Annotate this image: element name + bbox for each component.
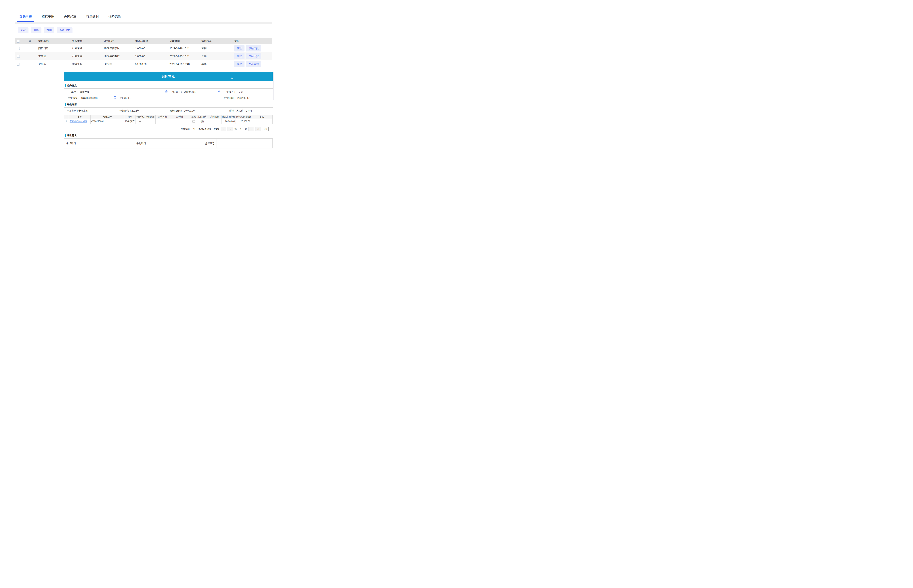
edit-button[interactable]: 修改	[234, 61, 244, 67]
id-card-icon[interactable]	[113, 96, 117, 99]
header-plan-stage: 计划阶段	[103, 39, 135, 43]
unit-value[interactable]: 远望发展	[80, 90, 89, 94]
purchase-summary-row: 事务类别：专项采购 计划阶段：2022年 预计总金额：20,000.00 币种：…	[64, 109, 273, 114]
cell-created-time: 2022-04-29 10:41	[169, 55, 201, 58]
items-header-need-dept: 需求部门	[169, 115, 191, 119]
table-row: 变压器 零星采购 2022年 50,000.00 2022-04-29 10:4…	[15, 60, 272, 68]
approval-opinion-table: 申报部门 采购部门 分管领导	[64, 139, 273, 149]
items-header-method: 采购方式	[196, 115, 208, 119]
select-all-checkbox[interactable]	[17, 40, 20, 42]
items-row: 1 应变式位移传感器 GJ20220001 设备/资产 台 1 询价 20,00…	[64, 119, 272, 124]
edit-button[interactable]: 修改	[234, 53, 244, 59]
header-approval-status: 审批状态	[201, 39, 234, 43]
lock-icon	[29, 40, 31, 42]
table-row: 防护口罩 计划采购 2022年四季度 1,000.00 2022-04-29 1…	[15, 44, 272, 52]
tab-purchase-declaration[interactable]: 采购申报	[17, 13, 34, 22]
first-page-button[interactable]: |<	[221, 127, 226, 131]
tab-inquiry-records[interactable]: 询价记录	[106, 13, 123, 22]
section-accent-bar	[65, 103, 66, 106]
item-need-dept	[169, 119, 191, 124]
print-button[interactable]: 打印	[44, 27, 55, 33]
department-icon[interactable]	[218, 90, 221, 93]
estimated-total-value: 20,000.00	[184, 109, 195, 112]
handler-info-fields: 单位： 远望发展 申报部门： 采购管理部 申报人： 余彩 申报编号： CGJH0…	[64, 89, 273, 102]
cell-estimated-total: 1,000.00	[135, 55, 169, 58]
last-page-button[interactable]: >|	[255, 127, 261, 131]
go-button[interactable]: GO	[262, 127, 268, 131]
item-name-link[interactable]: 应变式位移传感器	[69, 120, 87, 123]
section-divider	[64, 107, 273, 108]
plan-stage-value: 2022年	[131, 109, 139, 112]
page-suffix-label: 页	[245, 128, 247, 131]
use-project-label: 使用项目：	[120, 97, 131, 100]
tab-order-preparation[interactable]: 订单编制	[84, 13, 101, 22]
per-page-label: 每页显示	[181, 128, 189, 131]
row-checkbox[interactable]	[17, 55, 20, 58]
table-header-row: 物料名称 采购类别 计划阶段 预计总金额 创建时间 审批状态 操作	[15, 38, 272, 44]
prev-page-button[interactable]: <	[228, 127, 233, 131]
item-spec: GJ20220001	[90, 119, 124, 124]
bank-icon[interactable]	[165, 90, 168, 93]
section-title-purchase-detail: 采购详情	[67, 103, 77, 106]
approval-leader-label: 分管领导	[203, 139, 217, 148]
tab-bidding-arrangement[interactable]: 招标安排	[39, 13, 57, 22]
purchase-items-table: 名称 规格型号 类别 计量单位 申购数量 需求日期 需求部门 紧急 采购方式 采…	[64, 115, 273, 124]
cell-approval-status: 草稿	[201, 63, 234, 66]
edit-button[interactable]: 修改	[234, 45, 244, 52]
next-page-button[interactable]: >	[248, 127, 254, 131]
item-price-limit	[208, 119, 221, 124]
view-log-button[interactable]: 查看日志	[57, 27, 73, 33]
items-header-row: 名称 规格型号 类别 计量单位 申购数量 需求日期 需求部门 紧急 采购方式 采…	[64, 115, 272, 119]
cell-purchase-category: 零星采购	[72, 63, 103, 66]
cell-estimated-total: 50,000.00	[135, 63, 169, 66]
purchase-approval-panel: 采购审批 № 经办信息 单位： 远望发展 申报部门： 采购管理部 申报人： 余彩…	[64, 72, 273, 149]
urgent-checkbox[interactable]	[192, 120, 195, 123]
row-checkbox[interactable]	[17, 47, 20, 50]
panel-scrollbar[interactable]	[273, 72, 274, 100]
cell-material-name: 变压器	[38, 63, 72, 66]
transaction-type-value: 专项采购	[79, 109, 88, 112]
tabbar-divider	[15, 22, 272, 24]
cell-approval-status: 草稿	[201, 47, 234, 50]
items-header-category: 类别	[124, 115, 136, 119]
delete-button[interactable]: 删除	[31, 27, 42, 33]
items-header-price-limit: 采购限价	[208, 115, 221, 119]
items-header-unit: 计量单位	[136, 115, 145, 119]
page-number-input[interactable]	[238, 127, 243, 131]
declare-date-label: 申报日期：	[224, 97, 236, 100]
item-need-date	[155, 119, 169, 124]
module-tabs: 采购申报 招标安排 合同起草 订单编制 询价记录	[17, 13, 128, 22]
header-material-name: 物料名称	[38, 39, 72, 43]
lock-column-header	[21, 40, 38, 42]
cell-estimated-total: 1,000.00	[135, 47, 169, 50]
total-pages-label: 共1页	[213, 128, 219, 131]
start-approval-button[interactable]: 发起审批	[246, 53, 261, 59]
declare-no-value[interactable]: CGJH00000012	[81, 97, 98, 99]
section-accent-bar	[65, 84, 66, 87]
items-header-est-total: 预计总价(含税)	[236, 115, 251, 119]
approval-purchase-dept-opinion[interactable]	[148, 139, 203, 148]
start-approval-button[interactable]: 发起审批	[246, 61, 261, 67]
declare-date-value: 2022-05-17	[238, 97, 250, 99]
tab-contract-drafting[interactable]: 合同起草	[61, 13, 79, 22]
applicant-label: 申报人：	[226, 90, 236, 94]
document-number-symbol: №	[230, 77, 233, 79]
new-button[interactable]: 新建	[18, 27, 29, 33]
row-checkbox[interactable]	[17, 63, 20, 66]
start-approval-button[interactable]: 发起审批	[246, 45, 261, 52]
plan-stage-label: 计划阶段：	[120, 109, 131, 112]
header-created-time: 创建时间	[169, 39, 201, 43]
items-header-qty: 申购数量	[145, 115, 155, 119]
approval-decl-dept-label: 申报部门	[64, 139, 78, 148]
items-header-name: 名称	[69, 115, 90, 119]
table-row: 中性笔 计划采购 2022年四季度 1,000.00 2022-04-29 10…	[15, 52, 272, 60]
cell-plan-stage: 2022年四季度	[103, 55, 135, 58]
item-category: 设备/资产	[124, 119, 136, 124]
records-count-label: 条/共1条记录	[198, 128, 211, 131]
item-unit: 台	[136, 119, 145, 124]
declare-dept-value[interactable]: 采购管理部	[184, 90, 196, 94]
approval-decl-dept-opinion[interactable]	[78, 139, 134, 148]
approval-leader-opinion[interactable]	[217, 139, 272, 148]
per-page-input[interactable]	[191, 127, 197, 131]
cell-material-name: 防护口罩	[38, 47, 72, 50]
